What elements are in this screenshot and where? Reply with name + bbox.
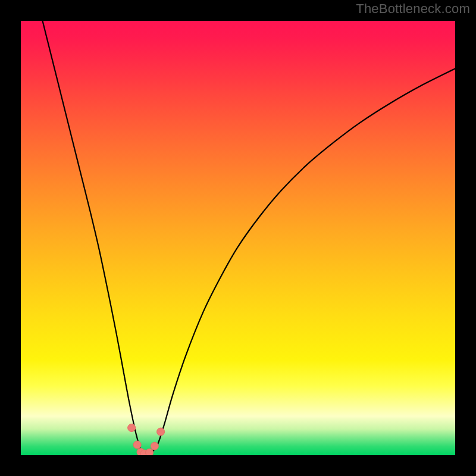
bottleneck-curve	[43, 21, 456, 455]
chart-frame: TheBottleneck.com	[0, 0, 476, 476]
curve-marker	[157, 428, 165, 436]
curve-marker	[128, 424, 136, 432]
curve-marker	[146, 449, 154, 455]
watermark-text: TheBottleneck.com	[356, 1, 470, 17]
bottleneck-curve-svg	[21, 21, 455, 455]
curve-marker	[133, 441, 141, 449]
curve-marker	[151, 442, 158, 450]
